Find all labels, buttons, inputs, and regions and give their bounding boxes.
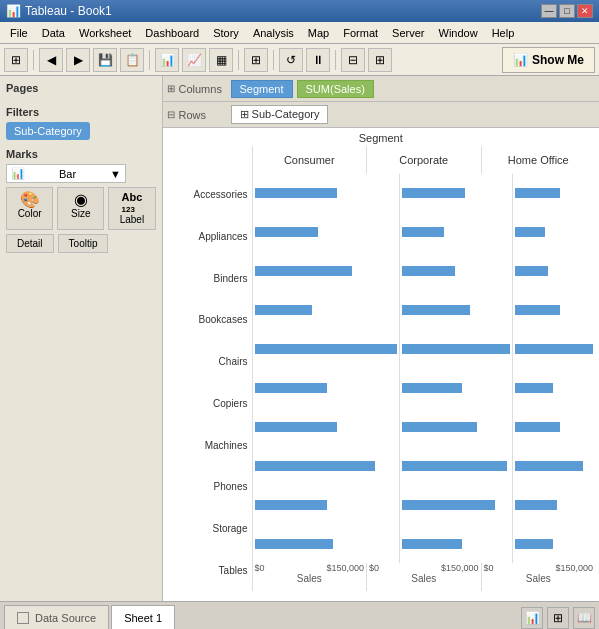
- subcat-label-binders: Binders: [167, 257, 252, 299]
- marks-tooltip-btn[interactable]: Tooltip: [58, 234, 109, 253]
- toolbar-filter-btn[interactable]: ⊟: [341, 48, 365, 72]
- marks-size-btn[interactable]: ◉ Size: [57, 187, 104, 230]
- segment-col-homeoffice: [512, 174, 595, 563]
- menu-item-worksheet[interactable]: Worksheet: [73, 25, 137, 41]
- bar[interactable]: [255, 383, 327, 393]
- bar[interactable]: [255, 539, 333, 549]
- bar[interactable]: [515, 305, 560, 315]
- bar-row: [515, 407, 593, 446]
- bar[interactable]: [402, 344, 510, 354]
- toolbar-pause-btn[interactable]: ⏸: [306, 48, 330, 72]
- tb-sep3: [238, 50, 239, 70]
- show-me-button[interactable]: 📊 Show Me: [502, 47, 595, 73]
- datasource-checkbox[interactable]: [17, 612, 29, 624]
- menu-item-story[interactable]: Story: [207, 25, 245, 41]
- bar[interactable]: [515, 344, 593, 354]
- marks-size-label: Size: [71, 208, 90, 219]
- bar[interactable]: [402, 188, 465, 198]
- bar[interactable]: [515, 500, 557, 510]
- menubar: FileDataWorksheetDashboardStoryAnalysisM…: [0, 22, 599, 44]
- bar[interactable]: [255, 422, 338, 432]
- window-buttons[interactable]: — □ ✕: [541, 4, 593, 18]
- toolbar-copy-btn[interactable]: 📋: [120, 48, 144, 72]
- bar[interactable]: [255, 266, 353, 276]
- bar[interactable]: [402, 383, 462, 393]
- subcat-label-accessories: Accessories: [167, 174, 252, 216]
- menu-item-map[interactable]: Map: [302, 25, 335, 41]
- columns-icon: ⊞: [167, 83, 175, 94]
- menu-item-window[interactable]: Window: [433, 25, 484, 41]
- toolbar-back-btn[interactable]: ◀: [39, 48, 63, 72]
- toolbar-forward-btn[interactable]: ▶: [66, 48, 90, 72]
- new-dashboard-btn[interactable]: ⊞: [547, 607, 569, 629]
- bar[interactable]: [255, 227, 318, 237]
- subcat-label-copiers: Copiers: [167, 383, 252, 425]
- bar[interactable]: [255, 461, 375, 471]
- titlebar: 📊 Tableau - Book1 — □ ✕: [0, 0, 599, 22]
- axis-tick-start: $0: [484, 563, 494, 573]
- toolbar-chart1-btn[interactable]: 📊: [155, 48, 179, 72]
- axis-ticks: $0$150,000: [484, 563, 594, 573]
- tab-sheet1[interactable]: Sheet 1: [111, 605, 175, 629]
- bar[interactable]: [255, 344, 398, 354]
- marks-detail-btn[interactable]: Detail: [6, 234, 54, 253]
- toolbar-grid-btn[interactable]: ⊞: [4, 48, 28, 72]
- bar[interactable]: [515, 422, 560, 432]
- bar-row: [255, 213, 398, 252]
- axis-tick-end: $150,000: [555, 563, 593, 573]
- marks-color-btn[interactable]: 🎨 Color: [6, 187, 53, 230]
- minimize-button[interactable]: —: [541, 4, 557, 18]
- toolbar-chart3-btn[interactable]: ▦: [209, 48, 233, 72]
- size-icon: ◉: [74, 192, 88, 208]
- bar[interactable]: [515, 539, 553, 549]
- new-story-btn[interactable]: 📖: [573, 607, 595, 629]
- rows-label: ⊟ Rows: [167, 109, 227, 121]
- toolbar-save-btn[interactable]: 💾: [93, 48, 117, 72]
- menu-item-help[interactable]: Help: [486, 25, 521, 41]
- columns-pill-segment[interactable]: Segment: [231, 80, 293, 98]
- toolbar-refresh-btn[interactable]: ↺: [279, 48, 303, 72]
- bar-row: [402, 407, 510, 446]
- toolbar-table-btn[interactable]: ⊞: [244, 48, 268, 72]
- bar[interactable]: [515, 383, 553, 393]
- rows-pill-subcategory[interactable]: ⊞ Sub-Category: [231, 105, 329, 124]
- bar[interactable]: [515, 461, 583, 471]
- tabbar: Data Source Sheet 1 📊 ⊞ 📖: [0, 601, 599, 629]
- menu-item-data[interactable]: Data: [36, 25, 71, 41]
- tb-sep5: [335, 50, 336, 70]
- bar[interactable]: [402, 539, 462, 549]
- tab-datasource[interactable]: Data Source: [4, 605, 109, 629]
- bar[interactable]: [255, 188, 338, 198]
- toolbar-chart2-btn[interactable]: 📈: [182, 48, 206, 72]
- new-worksheet-btn[interactable]: 📊: [521, 607, 543, 629]
- bar-row: [255, 407, 398, 446]
- bar[interactable]: [515, 188, 560, 198]
- marks-type-dropdown[interactable]: 📊 Bar ▼: [6, 164, 126, 183]
- bar-row: [255, 485, 398, 524]
- menu-item-analysis[interactable]: Analysis: [247, 25, 300, 41]
- bar[interactable]: [402, 266, 455, 276]
- marks-type-label: Bar: [59, 168, 76, 180]
- bar[interactable]: [402, 305, 470, 315]
- pages-section: Pages: [6, 82, 156, 98]
- marks-label-btn[interactable]: Abc123 Label: [108, 187, 155, 230]
- filter-subcategory[interactable]: Sub-Category: [6, 122, 90, 140]
- bar-row: [515, 252, 593, 291]
- bar[interactable]: [402, 227, 444, 237]
- bar[interactable]: [515, 266, 548, 276]
- bar[interactable]: [402, 500, 495, 510]
- maximize-button[interactable]: □: [559, 4, 575, 18]
- bar[interactable]: [402, 461, 507, 471]
- bar[interactable]: [402, 422, 477, 432]
- bar[interactable]: [255, 500, 327, 510]
- menu-item-format[interactable]: Format: [337, 25, 384, 41]
- bar-row: [255, 174, 398, 213]
- menu-item-dashboard[interactable]: Dashboard: [139, 25, 205, 41]
- menu-item-server[interactable]: Server: [386, 25, 430, 41]
- bar[interactable]: [515, 227, 545, 237]
- close-button[interactable]: ✕: [577, 4, 593, 18]
- menu-item-file[interactable]: File: [4, 25, 34, 41]
- columns-pill-sales[interactable]: SUM(Sales): [297, 80, 374, 98]
- toolbar-more-btn[interactable]: ⊞: [368, 48, 392, 72]
- bar[interactable]: [255, 305, 312, 315]
